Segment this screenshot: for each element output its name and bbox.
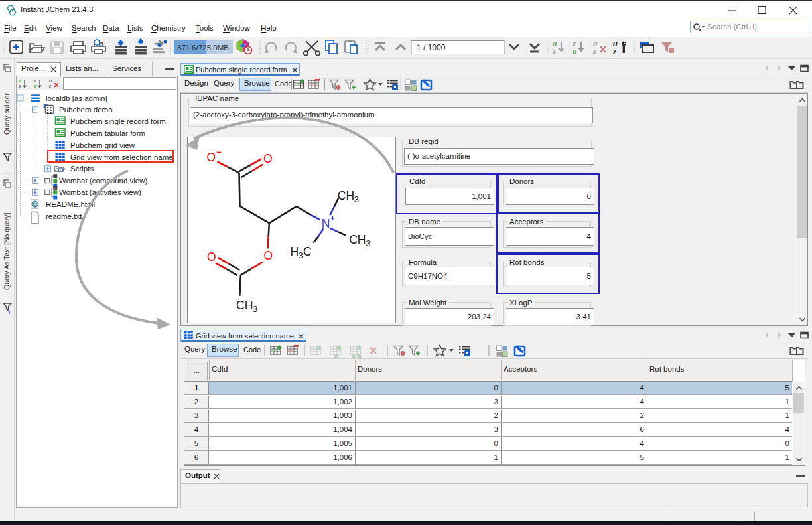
svg-text:O: O [263, 152, 273, 165]
svg-text:CH: CH [236, 299, 253, 312]
svg-text:CH: CH [349, 233, 366, 246]
svg-text:ct: ct [334, 353, 339, 359]
svg-text:O: O [207, 250, 216, 263]
svg-text:O: O [206, 151, 216, 164]
svg-text:a+b: a+b [352, 353, 362, 359]
svg-text:3: 3 [366, 238, 370, 248]
svg-text:3: 3 [354, 194, 359, 204]
svg-text:O: O [263, 249, 273, 262]
svg-text:z: z [592, 46, 597, 56]
svg-text:CH: CH [338, 189, 354, 202]
svg-text:z: z [552, 46, 557, 56]
svg-text:T: T [8, 310, 11, 315]
svg-text:C: C [303, 245, 312, 258]
svg-text:H: H [290, 245, 299, 258]
svg-text:3: 3 [253, 304, 257, 314]
svg-text:z: z [612, 46, 617, 56]
svg-text:371.6/725.0MB: 371.6/725.0MB [177, 44, 229, 52]
svg-text:1 / 1000: 1 / 1000 [417, 43, 446, 52]
svg-text:a: a [573, 46, 577, 56]
svg-text:3: 3 [298, 250, 303, 260]
svg-text:N: N [322, 217, 330, 230]
